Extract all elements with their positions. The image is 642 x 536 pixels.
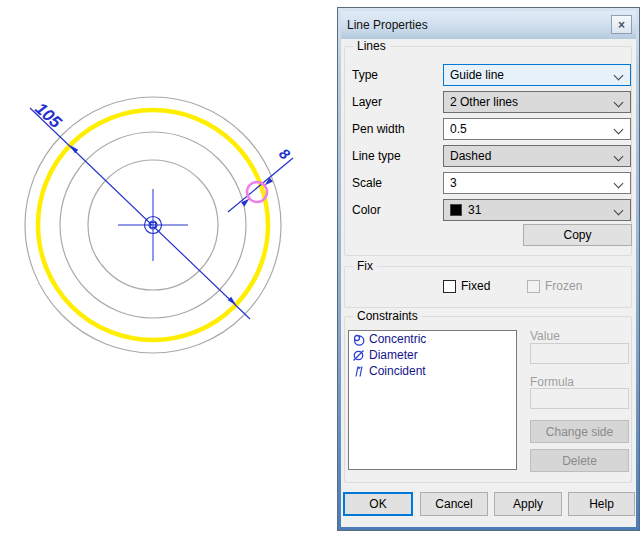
dimension-105-label: 105 (31, 99, 65, 132)
list-item-coincident[interactable]: Coincident (349, 363, 516, 379)
line-properties-dialog: Line Properties × Lines Type Guide line … (337, 7, 640, 531)
fixed-checkbox-row[interactable]: Fixed (443, 279, 490, 293)
drawing-canvas[interactable]: 105 8 (0, 0, 336, 536)
type-label: Type (352, 68, 378, 82)
diameter-icon (352, 349, 365, 362)
dialog-title: Line Properties (347, 18, 428, 32)
list-item-diameter[interactable]: Diameter (349, 347, 516, 363)
fixed-label: Fixed (461, 279, 490, 293)
ok-button[interactable]: OK (343, 492, 413, 516)
scale-value: 3 (450, 176, 457, 190)
layer-label: Layer (352, 95, 382, 109)
dialog-titlebar[interactable]: Line Properties × (341, 11, 636, 39)
type-value: Guide line (450, 68, 504, 82)
chevron-down-icon (614, 125, 624, 135)
frozen-label: Frozen (545, 279, 582, 293)
frozen-checkbox-row: Frozen (527, 279, 582, 293)
line-type-value: Dashed (450, 149, 491, 163)
pen-width-value: 0.5 (450, 122, 467, 136)
fix-group-label: Fix (353, 259, 377, 273)
delete-button: Delete (530, 449, 629, 472)
layer-combobox[interactable]: 2 Other lines (443, 91, 631, 113)
chevron-down-icon (614, 71, 624, 81)
copy-button[interactable]: Copy (523, 224, 632, 246)
scale-label: Scale (352, 176, 382, 190)
chevron-down-icon (614, 206, 624, 216)
pen-width-label: Pen width (352, 122, 405, 136)
color-value: 31 (468, 203, 481, 217)
constraints-listbox[interactable]: Concentric Diameter Coincident (348, 330, 517, 470)
line-type-label: Line type (352, 149, 401, 163)
coincident-icon (352, 365, 365, 378)
cancel-button[interactable]: Cancel (420, 492, 488, 516)
change-side-button: Change side (530, 420, 629, 443)
value-label: Value (530, 329, 560, 343)
help-button[interactable]: Help (568, 492, 635, 516)
line-type-combobox[interactable]: Dashed (443, 145, 631, 167)
color-combobox[interactable]: 31 (443, 199, 631, 221)
constraints-group-label: Constraints (353, 309, 422, 323)
chevron-down-icon (614, 98, 624, 108)
layer-value: 2 Other lines (450, 95, 518, 109)
fixed-checkbox[interactable] (443, 280, 456, 293)
app-window: 105 8 Line Properties × Lines (0, 0, 642, 536)
dialog-body: Lines Type Guide line Layer 2 Other line… (341, 39, 636, 527)
frozen-checkbox (527, 280, 540, 293)
color-swatch (450, 204, 462, 216)
color-label: Color (352, 203, 381, 217)
concentric-icon (352, 333, 365, 346)
lines-group-label: Lines (353, 39, 390, 53)
apply-button[interactable]: Apply (494, 492, 562, 516)
formula-field (530, 388, 629, 409)
type-combobox[interactable]: Guide line (443, 64, 631, 86)
value-field (530, 343, 629, 364)
chevron-down-icon (614, 179, 624, 189)
close-icon[interactable]: × (611, 15, 632, 34)
scale-combobox[interactable]: 3 (443, 172, 631, 194)
chevron-down-icon (614, 152, 624, 162)
dimension-8-label: 8 (276, 145, 294, 164)
list-item-concentric[interactable]: Concentric (349, 331, 516, 347)
pen-width-combobox[interactable]: 0.5 (443, 118, 631, 140)
formula-label: Formula (530, 375, 574, 389)
